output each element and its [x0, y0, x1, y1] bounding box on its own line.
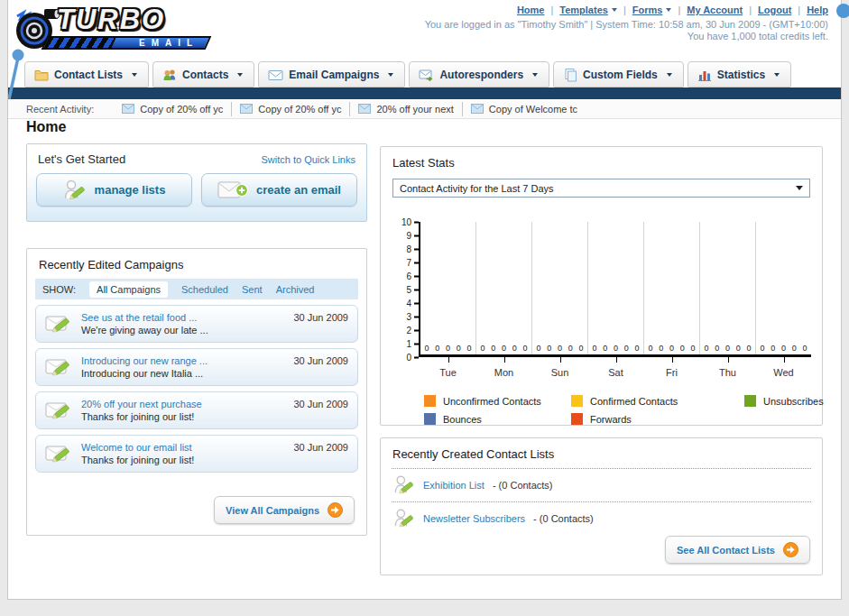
- separator: [791, 5, 807, 15]
- legend-swatch: [744, 395, 756, 407]
- campaign-title-link[interactable]: Introducing our new range ...: [81, 354, 208, 367]
- chart-group: 00000Sun: [532, 222, 588, 354]
- data-value: 0: [648, 344, 652, 353]
- link-home[interactable]: Home: [517, 5, 545, 15]
- separator: [544, 5, 559, 15]
- latest-stats-title: Latest Stats: [381, 147, 822, 177]
- x-tick: [448, 357, 449, 363]
- y-tick-label: 0: [406, 353, 411, 363]
- data-values-row: 00000: [477, 344, 531, 353]
- tab-statistics[interactable]: Statistics: [688, 61, 791, 87]
- y-tick: 2: [406, 326, 419, 336]
- contact-list-link[interactable]: Newsletter Subscribers: [423, 513, 525, 524]
- campaign-row[interactable]: Welcome to our email listThanks for join…: [35, 435, 358, 473]
- x-axis-label: Wed: [756, 367, 811, 378]
- chevron-down-icon: [132, 73, 137, 77]
- data-value: 0: [446, 344, 450, 353]
- y-tick-label: 2: [406, 326, 411, 336]
- x-tick: [560, 357, 561, 363]
- campaign-title-link[interactable]: See us at the retail food ...: [81, 311, 208, 324]
- y-tick: 3: [406, 312, 419, 322]
- campaign-row[interactable]: 20% off your next purchaseThanks for joi…: [35, 391, 358, 429]
- legend-item: Bounces: [424, 413, 571, 425]
- link-logout[interactable]: Logout: [758, 5, 791, 15]
- contact-list-detail: - (0 Contacts): [533, 513, 594, 524]
- brand-name-top: TURBO: [57, 4, 165, 35]
- x-axis-label: Sun: [532, 367, 587, 378]
- data-value: 0: [747, 344, 752, 353]
- legend-swatch: [571, 395, 583, 407]
- tab-contact-lists[interactable]: Contact Lists: [24, 61, 149, 87]
- data-value: 0: [725, 344, 730, 353]
- campaign-row[interactable]: Introducing our new range ...Introducing…: [35, 348, 358, 386]
- y-tick: 0: [406, 353, 419, 363]
- see-all-contact-lists-button[interactable]: See All Contact Lists: [665, 536, 810, 564]
- campaign-row[interactable]: See us at the retail food ...We're givin…: [35, 305, 358, 343]
- data-value: 0: [467, 344, 472, 353]
- filter-scheduled[interactable]: Scheduled: [181, 284, 228, 295]
- stats-report-select[interactable]: Contact Activity for the Last 7 Days: [392, 179, 810, 198]
- link-templates[interactable]: Templates: [559, 5, 617, 15]
- create-email-button[interactable]: create an email: [201, 173, 357, 207]
- tab-custom-fields[interactable]: Custom Fields: [553, 61, 684, 87]
- view-all-campaigns-button[interactable]: View All Campaigns: [214, 496, 355, 524]
- y-tick-label: 3: [406, 312, 411, 322]
- chart-group: 00000Thu: [700, 222, 756, 354]
- filter-all-campaigns[interactable]: All Campaigns: [89, 281, 168, 298]
- y-tick: 8: [406, 244, 419, 254]
- data-value: 0: [547, 344, 551, 353]
- help-bubble-icon[interactable]: [836, 4, 849, 18]
- data-value: 0: [558, 344, 562, 353]
- envelope-pencil-icon: [45, 356, 72, 378]
- filter-archived[interactable]: Archived: [276, 284, 315, 295]
- navy-divider-bar: [8, 87, 841, 99]
- chart-group: 00000Wed: [756, 222, 811, 354]
- get-started-panel: Let's Get Started Switch to Quick Links …: [26, 143, 367, 222]
- campaign-title-link[interactable]: Welcome to our email list: [81, 441, 194, 454]
- filter-sent[interactable]: Sent: [242, 284, 263, 295]
- data-value: 0: [491, 344, 495, 353]
- data-value: 0: [704, 344, 708, 353]
- tab-contacts[interactable]: Contacts: [152, 61, 254, 87]
- contact-list-link[interactable]: Exhibition List: [423, 480, 484, 491]
- switch-quick-links[interactable]: Switch to Quick Links: [261, 154, 355, 165]
- contact-list-row[interactable]: Exhibition List - (0 Contacts): [381, 469, 822, 501]
- x-tick: [728, 357, 729, 363]
- chart-group: 00000Mon: [476, 222, 532, 354]
- link-help[interactable]: Help: [807, 5, 828, 15]
- tab-autoresponders[interactable]: Autoresponders: [409, 61, 549, 87]
- pages-icon: [563, 68, 577, 82]
- data-value: 0: [736, 344, 741, 353]
- brand-logo[interactable]: TURBO EMAIL: [10, 2, 235, 54]
- pin-decoration: [7, 47, 29, 103]
- data-value: 0: [803, 344, 807, 353]
- recent-activity-item[interactable]: Copy of 20% off yc: [231, 102, 349, 116]
- data-values-row: 00000: [757, 344, 810, 353]
- show-label: SHOW:: [42, 284, 76, 295]
- data-value: 0: [771, 344, 775, 353]
- campaign-subtitle: Thanks for joining our list!: [81, 454, 194, 466]
- chevron-down-icon: [667, 73, 672, 77]
- recent-activity-bar: Recent Activity: Copy of 20% off yc Copy…: [8, 99, 841, 119]
- arrow-circle-icon: [783, 542, 798, 557]
- manage-lists-button[interactable]: manage lists: [36, 173, 192, 207]
- chart-legend: Unconfirmed ContactsConfirmed ContactsUn…: [424, 395, 822, 425]
- data-value: 0: [614, 344, 618, 353]
- brand-text: TURBO EMAIL: [57, 4, 208, 50]
- y-tick-label: 5: [406, 285, 411, 295]
- campaign-title-link[interactable]: 20% off your next purchase: [81, 398, 202, 410]
- credits-remaining: You have 1,000 total credits left.: [688, 31, 828, 41]
- recent-activity-item[interactable]: Copy of 20% off yc: [114, 102, 231, 116]
- tab-email-campaigns[interactable]: Email Campaigns: [258, 61, 405, 87]
- x-axis-label: Sat: [588, 367, 643, 378]
- link-forms[interactable]: Forms: [632, 5, 672, 15]
- y-tick: 5: [406, 285, 419, 295]
- link-my-account[interactable]: My Account: [687, 5, 743, 15]
- contact-list-row[interactable]: Newsletter Subscribers - (0 Contacts): [381, 502, 822, 535]
- stripe-decoration: [44, 38, 116, 48]
- data-value: 0: [592, 344, 596, 353]
- recent-activity-item[interactable]: Copy of Welcome tc: [462, 102, 586, 116]
- recent-activity-item[interactable]: 20% off your next: [349, 102, 461, 116]
- contact-lists-title: Recently Created Contact Lists: [381, 438, 822, 468]
- separator: [671, 5, 687, 15]
